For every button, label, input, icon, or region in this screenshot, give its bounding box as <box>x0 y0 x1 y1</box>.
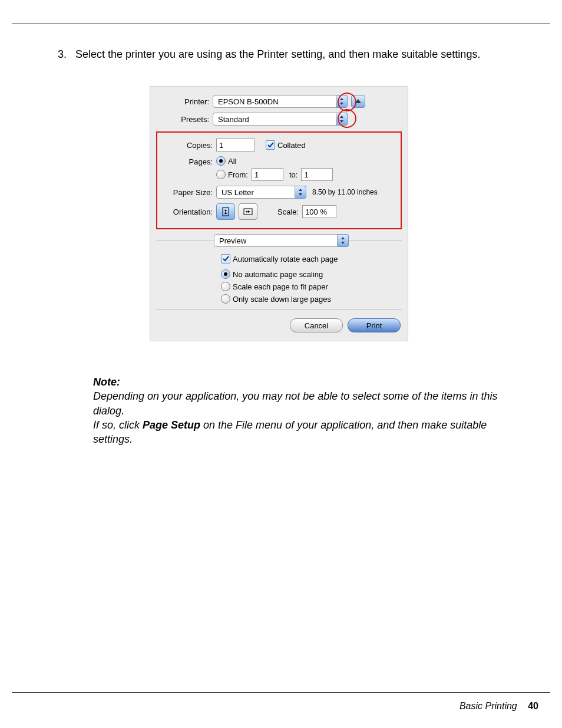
note-heading: Note: <box>93 375 529 389</box>
step-instruction: Select the printer you are using as the … <box>75 48 480 60</box>
updown-icon <box>338 234 349 247</box>
pages-all-radio[interactable] <box>216 156 226 166</box>
scaling-down-label: Only scale down large pages <box>233 295 331 304</box>
auto-rotate-label: Automatically rotate each page <box>233 255 338 263</box>
footer-page: 40 <box>528 701 538 711</box>
cancel-label: Cancel <box>305 321 328 330</box>
disclosure-button[interactable] <box>351 95 365 108</box>
orientation-landscape-button[interactable] <box>239 203 257 220</box>
papersize-select[interactable]: US Letter <box>216 186 306 199</box>
step-number: 3. <box>58 47 67 61</box>
pages-from-label: From: <box>228 170 248 179</box>
footer-rule <box>12 692 550 693</box>
orientation-label: Orientation: <box>161 207 216 216</box>
note-page-setup: Page Setup <box>143 419 200 431</box>
scaling-none-radio[interactable] <box>221 269 230 279</box>
scaling-fit-label: Scale each page to fit paper <box>233 282 328 291</box>
copies-input[interactable] <box>216 139 255 151</box>
note-line2a: If so, click <box>93 419 143 431</box>
scale-input[interactable] <box>302 205 336 218</box>
updown-icon <box>336 113 348 126</box>
scaling-none-label: No automatic page scaling <box>233 270 323 279</box>
pages-all-label: All <box>228 157 236 166</box>
footer: Basic Printing 40 <box>459 701 538 711</box>
print-dialog: Printer: EPSON B-500DN Presets: Standard <box>150 86 408 341</box>
preview-options: Automatically rotate each page No automa… <box>221 254 402 304</box>
section-value: Preview <box>214 234 338 247</box>
printer-label: Printer: <box>150 97 213 106</box>
auto-rotate-checkbox[interactable] <box>221 254 230 263</box>
section-select[interactable]: Preview <box>214 234 349 247</box>
pages-to-input[interactable] <box>301 168 333 181</box>
presets-select[interactable]: Standard <box>213 113 348 126</box>
pages-label: Pages: <box>161 156 216 166</box>
settings-highlight-box: Copies: Collated Pages: All <box>156 131 402 229</box>
scaling-fit-radio[interactable] <box>221 282 230 291</box>
page: 3. Select the printer you are using as t… <box>0 0 562 728</box>
print-label: Print <box>366 321 382 330</box>
printer-value: EPSON B-500DN <box>213 95 336 108</box>
papersize-dimensions: 8.50 by 11.00 inches <box>312 188 378 196</box>
pages-to-label: to: <box>289 170 297 179</box>
orientation-portrait-button[interactable] <box>216 203 235 220</box>
copies-label: Copies: <box>161 141 216 150</box>
note-block: Note: Depending on your application, you… <box>93 375 529 446</box>
papersize-value: US Letter <box>216 186 295 199</box>
pages-range-radio[interactable] <box>216 170 226 179</box>
printer-select[interactable]: EPSON B-500DN <box>213 95 348 108</box>
cancel-button[interactable]: Cancel <box>290 318 343 332</box>
step-text: 3. Select the printer you are using as t… <box>75 47 535 61</box>
collated-label: Collated <box>277 141 306 150</box>
svg-point-1 <box>225 210 227 212</box>
svg-point-3 <box>246 211 248 213</box>
print-button[interactable]: Print <box>348 318 401 332</box>
papersize-label: Paper Size: <box>161 188 216 197</box>
note-line1: Depending on your application, you may n… <box>93 390 497 416</box>
presets-label: Presets: <box>150 115 213 124</box>
presets-value: Standard <box>213 113 336 126</box>
pages-from-input[interactable] <box>252 168 283 181</box>
updown-icon <box>336 95 348 108</box>
scale-label: Scale: <box>277 207 299 216</box>
collated-checkbox[interactable] <box>266 140 275 150</box>
top-rule <box>12 24 550 24</box>
updown-icon <box>295 186 306 199</box>
footer-section: Basic Printing <box>459 701 517 711</box>
scaling-down-radio[interactable] <box>221 294 230 304</box>
